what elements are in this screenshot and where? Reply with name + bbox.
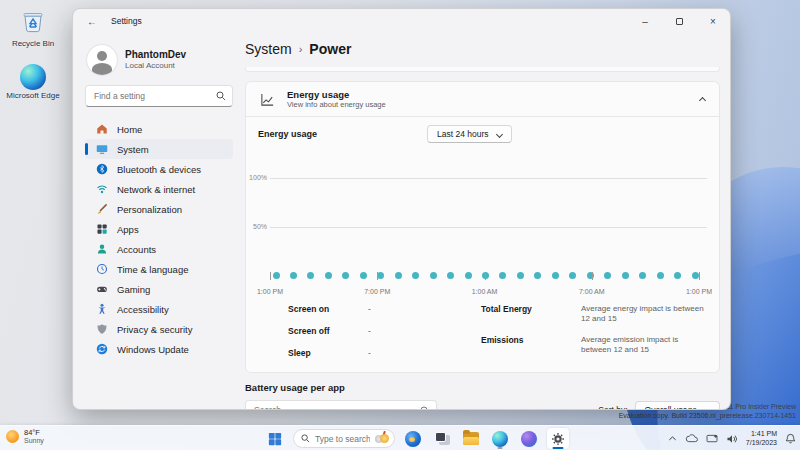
clock[interactable]: 1:41 PM 7/19/2023 (746, 430, 777, 447)
sidebar-item-label: System (117, 144, 149, 155)
sidebar-item-apps[interactable]: Apps (85, 219, 233, 239)
chevron-up-icon[interactable] (699, 97, 706, 104)
sidebar-item-label: Home (117, 124, 142, 135)
window-title: Settings (111, 16, 142, 26)
sidebar-item-home[interactable]: Home (85, 119, 233, 139)
time-range-dropdown[interactable]: Last 24 hours (427, 125, 512, 143)
minimize-button[interactable]: – (628, 9, 662, 33)
settings-main-content: System › Power Energy usage View info ab… (245, 33, 730, 409)
sidebar-item-windows-update[interactable]: Windows Update (85, 339, 233, 359)
data-point (412, 272, 419, 279)
search-highlights-icon (375, 432, 389, 445)
stat-value: - (368, 304, 371, 314)
stat-total-energy: Total Energy Average energy impact is be… (481, 304, 709, 324)
data-point (290, 272, 297, 279)
sidebar-item-accessibility[interactable]: Accessibility (85, 299, 233, 319)
settings-window: ← Settings – × PhantomDev Local Account (72, 8, 731, 410)
stat-value: Average energy impact is between 12 and … (581, 304, 709, 324)
folder-icon (463, 432, 479, 445)
sidebar-item-network-internet[interactable]: Network & internet (85, 179, 233, 199)
data-point (307, 272, 314, 279)
start-button[interactable] (264, 428, 286, 449)
stat-label: Sleep (288, 348, 368, 358)
stat-value: - (368, 326, 371, 336)
sidebar-item-label: Accessibility (117, 304, 169, 315)
cast-tray-icon[interactable] (706, 434, 718, 444)
settings-search-input[interactable] (94, 91, 212, 101)
stat-label: Screen off (288, 326, 368, 336)
stat-value: - (368, 348, 371, 358)
app-search-box[interactable] (245, 400, 437, 410)
stat-emissions: Emissions Average emission impact is bet… (481, 335, 709, 355)
cloud-icon (685, 434, 698, 443)
energy-usage-expander-header[interactable]: Energy usage View info about energy usag… (246, 82, 719, 116)
update-icon (95, 343, 108, 356)
task-view-icon (435, 432, 450, 445)
app-search-input[interactable] (254, 405, 416, 410)
data-point (622, 272, 629, 279)
sidebar-item-label: Time & language (117, 264, 188, 275)
task-view-button[interactable] (431, 428, 453, 449)
card-subtitle: View info about energy usage (287, 100, 386, 109)
sidebar-item-personalization[interactable]: Personalization (85, 199, 233, 219)
blue-app-icon (405, 431, 421, 447)
taskbar-pinned-app-icon[interactable] (402, 428, 424, 449)
desktop: Recycle Bin Microsoft Edge Windows 11 Pr… (0, 0, 800, 450)
search-icon (301, 434, 310, 443)
active-window-indicator (553, 447, 564, 449)
sidebar-item-bluetooth-devices[interactable]: Bluetooth & devices (85, 159, 233, 179)
breadcrumb: System › Power (245, 33, 730, 67)
chevron-up-icon (668, 435, 677, 442)
energy-usage-card: Energy usage View info about energy usag… (245, 81, 720, 373)
settings-taskbar-button[interactable] (547, 428, 569, 449)
desktop-icon-microsoft-edge[interactable]: Microsoft Edge (4, 64, 62, 100)
stat-screen-on: Screen on - (288, 304, 481, 314)
taskbar-weather-widget[interactable]: 84°F Sunny (6, 425, 44, 447)
brush-icon (95, 203, 108, 216)
back-button[interactable]: ← (83, 16, 101, 27)
data-point (534, 272, 541, 279)
speaker-icon (726, 434, 738, 444)
maximize-button[interactable] (662, 9, 696, 33)
sidebar-item-privacy-security[interactable]: Privacy & security (85, 319, 233, 339)
breadcrumb-system[interactable]: System (245, 41, 292, 57)
close-button[interactable]: × (696, 9, 730, 33)
desktop-icon-recycle-bin[interactable]: Recycle Bin (4, 8, 62, 48)
data-point (465, 272, 472, 279)
edge-icon (20, 64, 46, 90)
home-icon (95, 123, 108, 136)
copilot-button[interactable] (518, 428, 540, 449)
sidebar-item-accounts[interactable]: Accounts (85, 239, 233, 259)
taskbar-search-box[interactable] (293, 429, 395, 448)
data-point (395, 272, 402, 279)
edge-button[interactable] (489, 428, 511, 449)
volume-tray-icon[interactable] (726, 434, 738, 444)
sidebar-item-label: Network & internet (117, 184, 195, 195)
sidebar-item-gaming[interactable]: Gaming (85, 279, 233, 299)
taskbar-search-input[interactable] (315, 434, 370, 444)
sidebar-item-label: Apps (117, 224, 139, 235)
sidebar-item-system[interactable]: System (85, 139, 233, 159)
energy-chart-icon (260, 92, 275, 107)
tray-chevron-up[interactable] (668, 435, 677, 442)
weather-temperature: 84°F (24, 428, 44, 437)
data-point (517, 272, 524, 279)
notification-bell[interactable] (785, 433, 796, 444)
apps-grid-icon (95, 223, 108, 236)
weather-condition: Sunny (24, 437, 44, 445)
gear-icon (551, 432, 565, 446)
settings-search-box[interactable] (85, 85, 233, 107)
breadcrumb-separator: › (299, 43, 303, 55)
titlebar: ← Settings – × (73, 9, 730, 33)
cast-screen-icon (706, 434, 718, 444)
sidebar-item-label: Gaming (117, 284, 150, 295)
search-icon (216, 91, 226, 101)
user-account-row[interactable]: PhantomDev Local Account (85, 39, 233, 85)
stat-value: Average emission impact is between 12 an… (581, 335, 709, 355)
energy-stats: Screen on - Screen off - Sleep - (270, 304, 709, 370)
file-explorer-button[interactable] (460, 428, 482, 449)
sort-dropdown[interactable]: Overall usage (635, 401, 720, 410)
y-axis-label-100: 100% (248, 174, 267, 181)
sidebar-item-time-language[interactable]: Time & language (85, 259, 233, 279)
onedrive-tray-icon[interactable] (685, 434, 698, 443)
